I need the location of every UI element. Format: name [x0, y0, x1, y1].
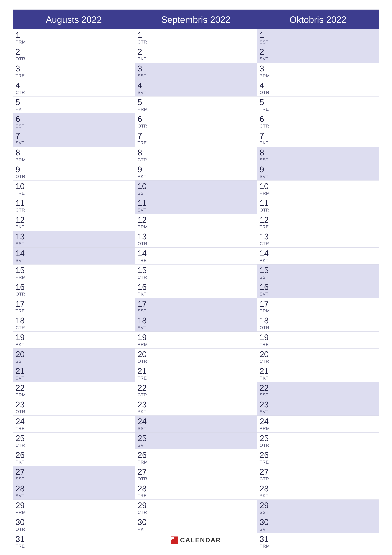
day-cell: 17TRE	[13, 298, 135, 315]
day-cell: 8CTR	[135, 147, 257, 164]
day-cell: 2SVT	[257, 46, 379, 63]
logo-flag-icon: 7	[171, 536, 178, 544]
day-cell: 19PRM	[135, 332, 257, 348]
days-grid: 1PRM2OTR3TRE4CTR5PKT6SST7SVT8PRM9OTR10TR…	[13, 29, 379, 550]
day-column-2: 1SST2SVT3PRM4OTR5TRE6CTR7PKT8SST9SVT10PR…	[257, 29, 379, 550]
day-cell: 27CTR	[257, 466, 379, 483]
day-cell: 6OTR	[135, 113, 257, 130]
day-cell: 23SVT	[257, 399, 379, 416]
day-cell: 1PRM	[13, 29, 135, 46]
day-cell: 25SVT	[135, 432, 257, 449]
day-cell: 13CTR	[257, 231, 379, 248]
month-header-august: Augusts 2022	[13, 10, 135, 29]
day-cell: 30OTR	[13, 516, 135, 533]
day-cell: 28SVT	[13, 483, 135, 500]
day-cell: 5PRM	[135, 96, 257, 113]
day-column-0: 1PRM2OTR3TRE4CTR5PKT6SST7SVT8PRM9OTR10TR…	[13, 29, 135, 550]
day-cell: 2PKT	[135, 46, 257, 63]
day-cell: 10PRM	[257, 181, 379, 197]
day-cell: 9PKT	[135, 164, 257, 181]
day-cell: 30PKT	[135, 516, 257, 533]
day-cell: 12PKT	[13, 214, 135, 231]
day-cell: 4OTR	[257, 80, 379, 96]
day-cell: 25OTR	[257, 432, 379, 449]
svg-rect-3	[175, 540, 178, 543]
day-cell: 7SVT	[13, 130, 135, 147]
day-cell: 31TRE	[13, 533, 135, 550]
month-header-october: Oktobris 2022	[257, 10, 379, 29]
day-cell: 14TRE	[135, 248, 257, 264]
day-cell: 4CTR	[13, 80, 135, 96]
logo-text: CALENDAR	[180, 536, 221, 544]
day-cell: 19PKT	[13, 332, 135, 348]
day-cell: 13OTR	[135, 231, 257, 248]
logo-cell: 7 CALENDAR	[135, 533, 257, 547]
day-cell: 10SST	[135, 181, 257, 197]
day-cell: 18OTR	[257, 315, 379, 332]
day-cell: 23PKT	[135, 399, 257, 416]
day-cell: 26PKT	[13, 449, 135, 466]
day-cell: 20SST	[13, 349, 135, 365]
day-cell: 9OTR	[13, 164, 135, 181]
day-cell: 22SST	[257, 382, 379, 399]
day-cell: 22CTR	[135, 382, 257, 399]
day-cell: 5TRE	[257, 96, 379, 113]
day-cell: 16PKT	[135, 281, 257, 298]
day-cell: 20CTR	[257, 349, 379, 365]
calendar: Augusts 2022 Septembris 2022 Oktobris 20…	[13, 9, 379, 550]
day-cell: 17SST	[135, 298, 257, 315]
day-cell: 12PRM	[135, 214, 257, 231]
svg-text:7: 7	[172, 538, 174, 543]
day-cell: 21SVT	[13, 365, 135, 382]
day-cell: 29PRM	[13, 500, 135, 516]
day-cell: 16SVT	[257, 281, 379, 298]
calendar-logo: 7 CALENDAR	[171, 536, 221, 544]
day-cell: 7TRE	[135, 130, 257, 147]
day-cell: 1CTR	[135, 29, 257, 46]
day-cell: 24SST	[135, 416, 257, 432]
day-cell: 11OTR	[257, 197, 379, 214]
day-cell: 17PRM	[257, 298, 379, 315]
day-cell: 21TRE	[135, 365, 257, 382]
day-cell: 30SVT	[257, 516, 379, 533]
day-cell: 7PKT	[257, 130, 379, 147]
day-cell: 15PRM	[13, 264, 135, 281]
month-header-september: Septembris 2022	[135, 10, 257, 29]
day-cell: 24PRM	[257, 416, 379, 432]
day-cell: 14PKT	[257, 248, 379, 264]
day-cell: 31PRM	[257, 533, 379, 550]
day-cell: 3SST	[135, 63, 257, 80]
day-cell: 22PRM	[13, 382, 135, 399]
day-cell: 25CTR	[13, 432, 135, 449]
day-cell: 26PRM	[135, 449, 257, 466]
day-cell: 5PKT	[13, 96, 135, 113]
day-cell: 8SST	[257, 147, 379, 164]
day-cell: 9SVT	[257, 164, 379, 181]
day-cell: 4SVT	[135, 80, 257, 96]
day-cell: 10TRE	[13, 181, 135, 197]
day-column-1: 1CTR2PKT3SST4SVT5PRM6OTR7TRE8CTR9PKT10SS…	[135, 29, 257, 550]
day-cell: 11CTR	[13, 197, 135, 214]
day-cell: 12TRE	[257, 214, 379, 231]
day-cell: 16OTR	[13, 281, 135, 298]
day-cell: 26TRE	[257, 449, 379, 466]
day-cell: 15CTR	[135, 264, 257, 281]
day-cell: 2OTR	[13, 46, 135, 63]
day-cell: 6CTR	[257, 113, 379, 130]
day-cell: 20OTR	[135, 349, 257, 365]
day-cell: 3PRM	[257, 63, 379, 80]
day-cell: 21PKT	[257, 365, 379, 382]
day-cell: 29CTR	[135, 500, 257, 516]
day-cell: 28PKT	[257, 483, 379, 500]
month-headers: Augusts 2022 Septembris 2022 Oktobris 20…	[13, 10, 379, 29]
day-cell: 19TRE	[257, 332, 379, 348]
day-cell: 23OTR	[13, 399, 135, 416]
day-cell: 6SST	[13, 113, 135, 130]
day-cell: 13SST	[13, 231, 135, 248]
day-cell: 29SST	[257, 500, 379, 516]
day-cell: 14SVT	[13, 248, 135, 264]
day-cell: 18SVT	[135, 315, 257, 332]
day-cell: 1SST	[257, 29, 379, 46]
day-cell: 15SST	[257, 264, 379, 281]
day-cell: 3TRE	[13, 63, 135, 80]
